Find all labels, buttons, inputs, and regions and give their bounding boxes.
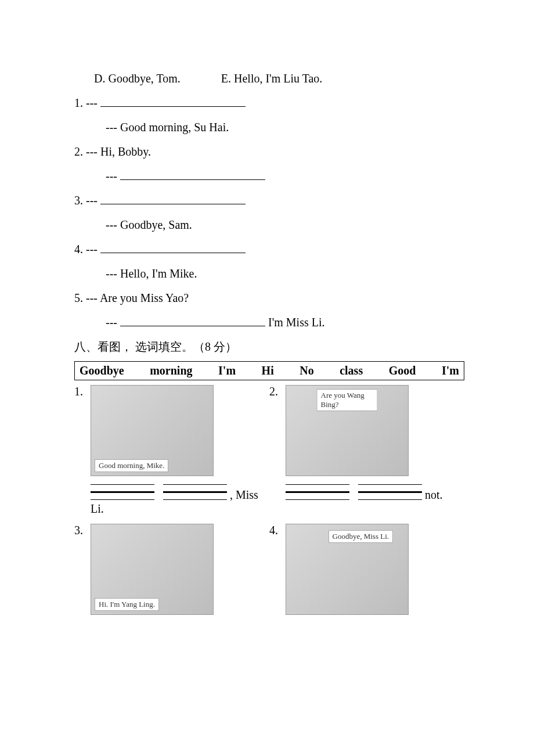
- pic1-image: Good morning, Mike.: [91, 385, 214, 476]
- pic2-tail: not.: [425, 488, 443, 501]
- pic3-caption: Hi. I'm Yang Ling.: [95, 598, 159, 611]
- word-bank-item: morning: [150, 364, 192, 377]
- pic4-num: 4.: [269, 524, 286, 537]
- pic4-image: Goodbye, Miss Li.: [286, 524, 409, 615]
- pic1-fill: , Miss Li.: [91, 480, 267, 516]
- pic3-num: 3.: [74, 524, 91, 537]
- q5-reply-row: --- I'm Miss Li.: [74, 312, 464, 332]
- q5-tail: I'm Miss Li.: [268, 316, 325, 329]
- q3-reply: --- Goodbye, Sam.: [74, 215, 464, 235]
- word-bank-item: class: [340, 364, 363, 377]
- pic1-caption: Good morning, Mike.: [95, 459, 168, 472]
- q1-reply: --- Good morning, Su Hai.: [74, 117, 464, 137]
- pic2-image: Are you Wang Bing?: [286, 385, 409, 476]
- word-bank-item: I'm: [218, 364, 236, 377]
- section-8-title: 八、看图， 选词填空。（8 分）: [74, 337, 464, 357]
- q4-num: 4. ---: [74, 243, 98, 255]
- word-bank-item: Hi: [262, 364, 274, 377]
- word-bank-item: Goodbye: [80, 364, 124, 377]
- option-e: E. Hello, I'm Liu Tao.: [221, 72, 323, 85]
- q5-line1: 5. --- Are you Miss Yao?: [74, 288, 464, 308]
- word-bank: Goodbye morning I'm Hi No class Good I'm: [74, 361, 464, 380]
- pic2-blank-b[interactable]: [358, 480, 422, 502]
- pic2-caption: Are you Wang Bing?: [317, 389, 378, 411]
- pic1-blank-a[interactable]: [91, 480, 154, 502]
- picture-grid: 1. Good morning, Mike. , Miss Li. 2. Are…: [74, 383, 464, 621]
- q4-blank[interactable]: [100, 240, 246, 253]
- pic4-caption: Goodbye, Miss Li.: [329, 530, 394, 543]
- q1-num: 1. ---: [74, 96, 98, 109]
- pic2-blank-a[interactable]: [286, 480, 349, 502]
- q4-line1: 4. ---: [74, 239, 464, 259]
- word-bank-item: I'm: [442, 364, 459, 377]
- q5-reply: ---: [106, 316, 117, 329]
- q2-line1: 2. --- Hi, Bobby.: [74, 142, 464, 161]
- q3-num: 3. ---: [74, 194, 98, 207]
- pic-cell-1: 1. Good morning, Mike. , Miss Li.: [74, 383, 269, 521]
- q1-line1: 1. ---: [74, 93, 464, 113]
- pic2-num: 2.: [269, 385, 286, 398]
- word-bank-item: Good: [389, 364, 416, 377]
- q1-blank[interactable]: [100, 94, 246, 107]
- pic-cell-2: 2. Are you Wang Bing? not.: [269, 383, 464, 521]
- q4-reply: --- Hello, I'm Mike.: [74, 264, 464, 283]
- q5-blank[interactable]: [120, 314, 265, 326]
- word-bank-item: No: [300, 364, 313, 377]
- pic3-image: Hi. I'm Yang Ling.: [91, 524, 214, 615]
- option-d: D. Goodbye, Tom.: [94, 72, 181, 85]
- pic1-blank-b[interactable]: [163, 480, 227, 502]
- pic2-fill: not.: [286, 480, 462, 502]
- q2-blank[interactable]: [120, 167, 265, 180]
- q2-reply: ---: [106, 170, 117, 182]
- options-row: D. Goodbye, Tom. E. Hello, I'm Liu Tao.: [74, 69, 464, 88]
- q2-reply-row: ---: [74, 166, 464, 186]
- pic-cell-3: 3. Hi. I'm Yang Ling.: [74, 521, 269, 621]
- q3-blank[interactable]: [100, 192, 246, 204]
- pic-cell-4: 4. Goodbye, Miss Li.: [269, 521, 464, 621]
- pic1-num: 1.: [74, 385, 91, 398]
- q3-line1: 3. ---: [74, 190, 464, 210]
